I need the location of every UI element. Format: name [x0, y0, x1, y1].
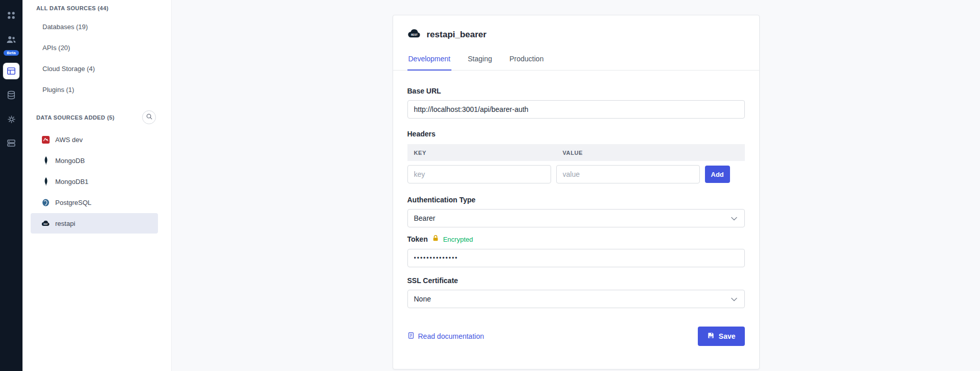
mongodb-leaf-icon [41, 156, 50, 165]
tab-staging[interactable]: Staging [467, 52, 493, 71]
datasource-item-postgresql[interactable]: PostgreSQL [31, 192, 158, 213]
save-button[interactable]: Save [698, 327, 745, 346]
datasource-item-aws-dev[interactable]: AWS dev [31, 129, 158, 150]
settings-gear-icon[interactable] [3, 111, 19, 127]
postgresql-icon [41, 199, 50, 206]
base-url-group: Base URL [407, 87, 745, 119]
mongodb-leaf-icon [41, 177, 50, 186]
datasource-title: restapi_bearer [427, 30, 487, 40]
sidebar-item-cloud-storage[interactable]: Cloud Storage (4) [22, 58, 171, 79]
datasource-item-mongodb[interactable]: MongoDB [31, 150, 158, 171]
sidebar-item-label: APIs (20) [42, 44, 70, 52]
datasource-item-restapi[interactable]: REST restapi [31, 213, 158, 234]
datasource-item-mongodb1[interactable]: MongoDB1 [31, 171, 158, 192]
users-icon[interactable] [3, 31, 19, 48]
tab-development[interactable]: Development [407, 52, 452, 71]
auth-type-group: Authentication Type Bearer [407, 196, 745, 227]
doc-icon [407, 332, 415, 341]
svg-text:REST: REST [411, 34, 417, 36]
ssl-certificate-label: SSL Certificate [407, 276, 745, 285]
card-header: REST restapi_bearer [407, 29, 745, 40]
main-content: REST restapi_bearer Development Staging … [172, 0, 980, 371]
section-head-added: DATA SOURCES ADDED (5) [22, 110, 171, 124]
section-title-data-sources-added: DATA SOURCES ADDED (5) [22, 114, 115, 121]
auth-type-select[interactable]: Bearer [407, 209, 745, 227]
search-datasources-button[interactable] [142, 110, 156, 124]
auth-type-selected-value: Bearer [414, 214, 436, 222]
restapi-cloud-icon: REST [407, 29, 421, 40]
header-key-input[interactable] [407, 165, 551, 183]
svg-text:REST: REST [43, 223, 48, 225]
lock-icon [432, 235, 439, 244]
card-footer: Read documentation Save [407, 327, 745, 346]
add-header-button[interactable]: Add [705, 166, 730, 183]
sidebar-item-label: Cloud Storage (4) [42, 65, 95, 73]
value-column-header: VALUE [556, 150, 583, 156]
base-url-label: Base URL [407, 87, 745, 95]
ssl-certificate-select[interactable]: None [407, 290, 745, 308]
tab-production[interactable]: Production [508, 52, 544, 71]
datasource-item-label: restapi [55, 220, 75, 227]
beta-badge: Beta [4, 50, 18, 56]
token-label-row: Token Encrypted [407, 235, 745, 244]
apps-grid-icon[interactable] [3, 7, 19, 24]
save-icon [707, 332, 715, 341]
datasource-item-label: PostgreSQL [55, 199, 92, 206]
sidebar-item-databases[interactable]: Databases (19) [22, 16, 171, 37]
ssl-selected-value: None [414, 295, 431, 303]
server-stack-icon[interactable] [3, 135, 19, 151]
environment-tabs: Development Staging Production [393, 52, 759, 71]
token-group: Token Encrypted [407, 235, 745, 267]
save-button-label: Save [719, 332, 736, 340]
sidebar-item-label: Databases (19) [42, 23, 88, 31]
section-title-all-data-sources: ALL DATA SOURCES (44) [22, 5, 171, 11]
ssl-certificate-group: SSL Certificate None [407, 276, 745, 308]
restapi-cloud-icon: REST [41, 220, 50, 226]
headers-table-header: KEY VALUE [407, 144, 745, 161]
header-value-input[interactable] [556, 165, 700, 183]
datasource-item-label: MongoDB [55, 157, 85, 165]
database-cylinder-icon[interactable] [3, 87, 19, 103]
app-root: Beta ALL DATA SOURCES (44) Databases (19… [0, 0, 980, 371]
search-icon [146, 113, 153, 122]
headers-group: Headers KEY VALUE Add [407, 130, 745, 183]
token-input[interactable] [407, 249, 745, 267]
base-url-input[interactable] [407, 100, 745, 119]
datasources-sidebar: ALL DATA SOURCES (44) Databases (19) API… [22, 0, 172, 371]
app-iconbar: Beta [0, 0, 22, 371]
chevron-down-icon [731, 214, 737, 222]
sidebar-item-label: Plugins (1) [42, 86, 74, 94]
sidebar-item-apis[interactable]: APIs (20) [22, 37, 171, 58]
datasource-config-card: REST restapi_bearer Development Staging … [393, 15, 760, 369]
auth-type-label: Authentication Type [407, 196, 745, 204]
aws-icon [41, 136, 50, 144]
headers-label: Headers [407, 130, 745, 138]
encrypted-badge: Encrypted [443, 236, 473, 243]
datasource-item-label: MongoDB1 [55, 178, 88, 186]
datasource-item-label: AWS dev [55, 136, 83, 144]
key-column-header: KEY [407, 150, 556, 156]
read-documentation-link[interactable]: Read documentation [407, 332, 484, 341]
datasources-icon[interactable] [3, 63, 19, 79]
read-documentation-label: Read documentation [418, 332, 484, 340]
chevron-down-icon [731, 295, 737, 303]
sidebar-item-plugins[interactable]: Plugins (1) [22, 79, 171, 100]
header-row: Add [407, 165, 745, 183]
token-label: Token [407, 235, 428, 243]
